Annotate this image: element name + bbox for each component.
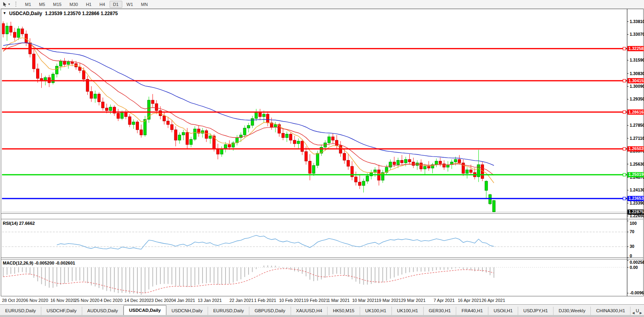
date-label: 16 Apr 2021	[458, 298, 481, 303]
chevron-down-icon: ▾	[8, 2, 10, 6]
tab-uk100-h1[interactable]: UK100,H1	[360, 307, 392, 315]
svg-text:1.30830: 1.30830	[630, 71, 644, 76]
hline-1.25019[interactable]	[2, 174, 627, 175]
timeframe-button-m5[interactable]: M5	[35, 1, 48, 8]
ma-line-fast[interactable]	[3, 38, 494, 183]
tab-usdcnh-daily[interactable]: USDCNH,Daily	[166, 307, 208, 315]
svg-text:1.29350: 1.29350	[630, 97, 644, 101]
tab-china300-h1[interactable]: CHINA300,H1	[591, 307, 631, 315]
date-axis[interactable]: 28 Oct 20206 Nov 202016 Nov 202025 Nov 2…	[0, 297, 644, 304]
svg-text:1.27850: 1.27850	[630, 123, 644, 128]
trading-terminal-window: ▾ M1M5M15M30H1H4D1W1MN ▼ USDCAD,Daily 1.…	[0, 0, 644, 317]
rsi-line[interactable]	[57, 236, 494, 249]
date-label: 29 Mar 2021	[401, 298, 426, 303]
tab-scroll-left-icon[interactable]: ◄	[631, 311, 635, 315]
timeframe-button-w1[interactable]: W1	[123, 1, 137, 8]
hline-1.23653[interactable]	[2, 198, 627, 199]
tab-scroll-right-icon[interactable]: ►	[639, 311, 643, 315]
hline-handle[interactable]	[623, 147, 626, 150]
timeframe-button-h4[interactable]: H4	[96, 1, 108, 8]
tab-fra40-h1[interactable]: FRA40,H1	[456, 307, 488, 315]
hline-handle[interactable]	[623, 173, 626, 176]
svg-text:1.23390: 1.23390	[630, 201, 644, 205]
tab-hk50-m15[interactable]: HK50,M15	[328, 307, 360, 315]
tab-usdchf-daily[interactable]: USDCHF,Daily	[41, 307, 82, 315]
date-label: 1 Mar 2021	[328, 298, 350, 303]
hline-handle[interactable]	[623, 79, 626, 82]
date-label: 19 Feb 2021	[304, 298, 328, 303]
chart-tab-bar: EURUSD,DailyUSDCHF,DailyAUDUSD,DailyUSDC…	[0, 304, 644, 315]
timeframe-button-m1[interactable]: M1	[21, 1, 35, 8]
svg-text:1.27110: 1.27110	[630, 136, 644, 141]
main-price-panel	[2, 21, 627, 212]
date-label: 16 Nov 2020	[50, 298, 75, 303]
chart-ohlc-values: 1.23539 1.23570 1.22866 1.22875	[45, 11, 118, 16]
candles	[2, 21, 496, 212]
svg-text:0.00: 0.00	[630, 265, 638, 270]
timeframe-button-group: M1M5M15M30H1H4D1W1MN	[21, 1, 152, 8]
svg-text:1.25630: 1.25630	[630, 162, 644, 166]
hline-handle[interactable]	[623, 47, 626, 50]
tab-usdjpy-h1[interactable]: USDJPY,H1	[518, 307, 553, 315]
tab-xauusd-h4[interactable]: XAUUSD,H4	[291, 307, 328, 315]
date-label: 22 Jan 2021	[229, 298, 254, 303]
svg-text:1.22875: 1.22875	[629, 209, 644, 214]
hline-handle[interactable]	[623, 197, 626, 200]
ma-line-medium[interactable]	[3, 43, 494, 175]
hline-1.26503[interactable]	[2, 148, 627, 149]
date-label: 19 Mar 2021	[376, 298, 401, 303]
hline-1.28616[interactable]	[2, 112, 627, 113]
svg-text:1.23653: 1.23653	[629, 196, 644, 201]
svg-text:0.00258: 0.00258	[630, 260, 644, 265]
svg-text:1.33810: 1.33810	[630, 19, 644, 24]
date-label: 25 Nov 2020	[75, 298, 99, 303]
svg-text:1.26503: 1.26503	[629, 146, 644, 151]
tab-eurusd-daily[interactable]: EURUSD,Daily	[208, 307, 249, 315]
svg-text:1.30090: 1.30090	[630, 84, 644, 89]
svg-text:1.30415: 1.30415	[629, 78, 644, 83]
hline-handle[interactable]	[623, 111, 626, 114]
chart-canvas[interactable]: 1.338101.330701.315901.308301.300901.293…	[0, 0, 644, 317]
tab-uk100-h1[interactable]: UK100,H1	[392, 307, 424, 315]
svg-text:1.33070: 1.33070	[630, 32, 644, 37]
cursor-tool-button[interactable]: ▾	[2, 1, 11, 8]
toolbar: ▾ M1M5M15M30H1H4D1W1MN	[0, 0, 644, 9]
tab-usoil-h1[interactable]: USOil,H1	[488, 307, 518, 315]
ma-line-slow[interactable]	[3, 43, 494, 166]
tab-ger30-h1[interactable]: GER30,H1	[424, 307, 457, 315]
svg-text:100: 100	[630, 221, 637, 226]
chart-symbol-label: USDCAD,Daily	[9, 11, 42, 16]
rsi-indicator-label: RSI(14) 27.6662	[3, 221, 35, 226]
date-label: 13 Jan 2021	[198, 298, 222, 303]
svg-text:1.24130: 1.24130	[630, 187, 644, 192]
svg-text:1.25019: 1.25019	[629, 172, 644, 177]
ma-lines	[3, 38, 494, 183]
svg-text:0: 0	[630, 253, 632, 258]
tab-audusd-daily[interactable]: AUDUSD,Daily	[82, 307, 123, 315]
date-label: 26 Apr 2021	[482, 298, 505, 303]
timeframe-button-m15[interactable]: M15	[50, 1, 65, 8]
timeframe-button-h1[interactable]: H1	[82, 1, 95, 8]
tab-eurusd-daily[interactable]: EURUSD,Daily	[0, 307, 41, 315]
tab-gbpusd-daily[interactable]: GBPUSD,Daily	[249, 307, 291, 315]
timeframe-button-mn[interactable]: MN	[137, 1, 151, 8]
collapse-icon: ▼	[3, 11, 6, 15]
date-label: 4 Jan 2021	[174, 298, 195, 303]
tab-dj30-weekly[interactable]: DJ30,Weekly	[553, 307, 591, 315]
hline-1.30415[interactable]	[2, 80, 627, 81]
date-label: 1 Feb 2021	[254, 298, 276, 303]
hline-1.32258[interactable]	[2, 48, 627, 49]
date-label: 14 Dec 2020	[124, 298, 149, 303]
tab-usdcad-daily[interactable]: USDCAD,Daily	[123, 305, 166, 315]
macd-histogram	[3, 265, 494, 295]
toolbar-grip	[15, 2, 17, 7]
date-label: 7 Apr 2021	[434, 298, 455, 303]
timeframe-button-d1[interactable]: D1	[110, 1, 122, 8]
svg-text:1.28616: 1.28616	[629, 110, 644, 114]
chart-title: ▼ USDCAD,Daily 1.23539 1.23570 1.22866 1…	[3, 11, 118, 16]
svg-text:-0.00968: -0.00968	[630, 290, 644, 295]
svg-text:30: 30	[630, 244, 634, 249]
price-axis[interactable]: 1.338101.330701.315901.308301.300901.293…	[627, 19, 644, 296]
rsi-panel	[2, 232, 627, 249]
timeframe-button-m30[interactable]: M30	[66, 1, 81, 8]
